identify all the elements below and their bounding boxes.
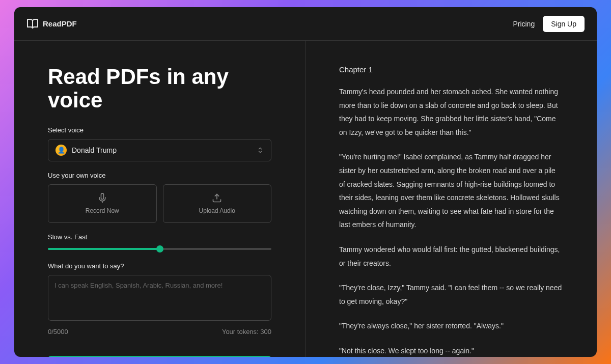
voice-select[interactable]: 👤 Donald Trump xyxy=(48,139,271,161)
voice-select-group: Select voice 👤 Donald Trump xyxy=(48,126,271,161)
signup-button[interactable]: Sign Up xyxy=(543,16,585,32)
header: ReadPDF Pricing Sign Up xyxy=(14,7,597,41)
textarea-label: What do you want to say? xyxy=(48,262,271,270)
microphone-icon xyxy=(97,193,107,203)
page-title: Read PDFs in any voice xyxy=(48,65,271,112)
speed-slider[interactable] xyxy=(48,246,271,252)
slider-track xyxy=(48,248,271,250)
book-icon xyxy=(26,18,39,30)
generate-button[interactable]: Generate xyxy=(48,356,271,357)
voice-select-content: 👤 Donald Trump xyxy=(55,145,117,156)
use-own-voice-label: Use your own voice xyxy=(48,172,271,179)
slow-fast-label: Slow vs. Fast xyxy=(48,233,271,241)
paragraph: Tammy's head pounded and her stomach ach… xyxy=(339,85,563,139)
paragraph: "They're close, Izzy," Tammy said. "I ca… xyxy=(339,281,563,308)
speed-group: Slow vs. Fast xyxy=(48,233,271,252)
upload-audio-option[interactable]: Upload Audio xyxy=(163,184,272,223)
paragraph: Tammy wondered who would fall first: the… xyxy=(339,243,563,270)
logo[interactable]: ReadPDF xyxy=(26,18,77,30)
left-panel: Read PDFs in any voice Select voice 👤 Do… xyxy=(14,41,306,357)
selected-voice-name: Donald Trump xyxy=(72,146,117,154)
chevron-up-down-icon xyxy=(257,147,264,154)
char-count: 0/5000 xyxy=(48,328,68,335)
pricing-link[interactable]: Pricing xyxy=(513,20,535,28)
right-panel: Chapter 1 Tammy's head pounded and her s… xyxy=(306,41,597,357)
tokens-count: Your tokens: 300 xyxy=(222,328,271,335)
voice-options: Record Now Upload Audio xyxy=(48,184,271,223)
paragraph: "They're always close," her sister retor… xyxy=(339,319,563,333)
textarea-footer: 0/5000 Your tokens: 300 xyxy=(48,328,271,335)
own-voice-group: Use your own voice Record Now Upload xyxy=(48,172,271,223)
textarea-group: What do you want to say? 0/5000 Your tok… xyxy=(48,262,271,335)
paragraph: "You're hurting me!" Isabel complained, … xyxy=(339,150,563,232)
avatar: 👤 xyxy=(55,145,67,156)
record-now-option[interactable]: Record Now xyxy=(48,184,157,223)
upload-audio-label: Upload Audio xyxy=(199,207,235,214)
record-now-label: Record Now xyxy=(86,207,119,214)
app-window: ReadPDF Pricing Sign Up Read PDFs in any… xyxy=(14,7,597,357)
header-actions: Pricing Sign Up xyxy=(513,16,585,32)
select-voice-label: Select voice xyxy=(48,126,271,134)
text-input[interactable] xyxy=(48,275,271,321)
main: Read PDFs in any voice Select voice 👤 Do… xyxy=(14,41,597,357)
slider-fill xyxy=(48,248,160,250)
paragraph: "Not this close. We slept too long -- ag… xyxy=(339,344,563,357)
slider-thumb[interactable] xyxy=(156,245,163,253)
chapter-title: Chapter 1 xyxy=(339,65,563,74)
upload-icon xyxy=(212,193,222,203)
logo-text: ReadPDF xyxy=(43,19,77,28)
